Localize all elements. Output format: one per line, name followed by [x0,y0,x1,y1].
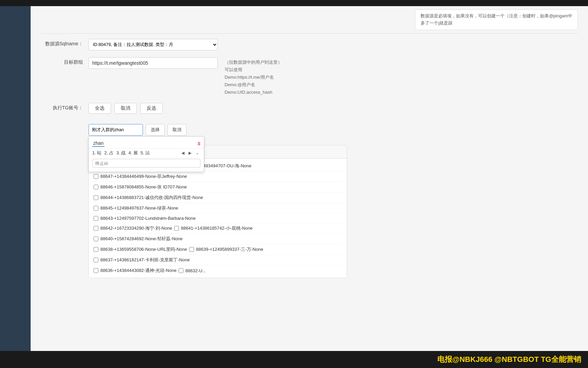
ime-dropdown: zhan S 1. 站 2. 占 3. 战 4. 展 5. 沾 ◀ [88,136,204,172]
main-content: 数据源是必填项，如果没有，可以创建一个（注意：创建时，如果@pingam中 多了… [31,6,588,351]
filter-row: zhan S 1. 站 2. 占 3. 战 4. 展 5. 沾 ◀ [88,124,186,136]
account-row: 执行TG账号： 全选 取消 反选 zhan [41,103,578,278]
top-bar [0,0,588,6]
account-text-left-9: 88637-+14386182147-卡利班-克里斯丁-None [100,257,190,263]
account-text-right-10: 88632-U... [185,268,206,273]
account-text-left-5: 88643-+12497597702-Lundstrøm-Barbara-Non… [100,216,196,221]
filter-cancel-button[interactable]: 取消 [167,124,186,136]
account-checkbox-left-8[interactable] [94,247,98,252]
bottom-bar: 电报@NBKJ666 @NBTGBOT TG全能营销 [0,351,588,368]
account-row-1: 88647-+14384446499-None-菲Jeffrey-None [93,171,343,182]
account-text-left-10: 88636-+14384443082-通神-光頭-None [100,267,177,274]
filter-select-button[interactable]: 选择 [146,124,165,136]
bottom-watermark: 电报@NBKJ666 @NBTGBOT TG全能营销 [437,354,581,365]
account-row-3: 88644-+14386883721-诚信代收-国内四件现货-None [93,193,343,203]
target-group-row: 目标群组 （拉数据源中的用户到这里） 可以使用 Demo:https://t.m… [41,57,578,96]
account-control: 全选 取消 反选 zhan S [88,103,578,278]
account-checkbox-left-3[interactable] [94,195,98,200]
accounts-list: 88648-+14384442752-天佑-DJ-None88649-+1249… [89,159,347,278]
account-text-left-7: 88640-+15874284692-None-邹轩荔-None [100,236,183,242]
filter-input-wrap: zhan S 1. 站 2. 占 3. 战 4. 展 5. 沾 ◀ [88,124,143,136]
hint-line3: Demo:https://t.me/用户名 [225,74,282,81]
ime-candidate-4[interactable]: 4. 展 [128,150,137,156]
sidebar [0,6,31,351]
account-text-left-8: 88638-+13659558706-None-URL里吗-None [100,246,187,252]
account-text-left-6: 88642-+16723334290-海宁-刘-None [100,225,172,231]
ime-expand-icon[interactable]: ⌄ [194,150,200,156]
screen: 数据源是必填项，如果没有，可以创建一个（注意：创建时，如果@pingam中 多了… [0,0,588,368]
account-text-left-4: 88645-+12498497637-None-绿茶-None [100,205,178,211]
select-all-button[interactable]: 全选 [88,103,111,114]
account-row-4: 88645-+12498497637-None-绿茶-None [93,203,343,214]
account-checkbox-right-8[interactable] [189,247,194,252]
hint-line1: （拉数据源中的用户到这里） [225,59,282,66]
account-checkbox-right-10[interactable] [179,268,183,273]
account-checkbox-left-10[interactable] [94,268,98,273]
ime-logo-icon: S [197,141,200,146]
ime-nav: ◀ ▶ ⌄ [180,150,200,156]
cancel-button[interactable]: 取消 [114,103,137,114]
account-checkbox-left-2[interactable] [94,185,98,189]
ime-prev-icon[interactable]: ◀ [180,150,186,156]
account-row-8: 88638-+13659558706-None-URL里吗-None88639-… [93,244,343,255]
top-partial-area: 数据源是必填项，如果没有，可以创建一个（注意：创建时，如果@pingam中 多了… [41,10,578,34]
hint-line4: Demo:@用户名 [225,81,282,89]
account-checkbox-left-7[interactable] [94,236,98,241]
filter-input[interactable] [88,124,143,136]
ime-candidates: 1. 站 2. 占 3. 战 4. 展 5. 沾 ◀ ▶ ⌄ [89,149,204,157]
datasource-control: ID:80479, 备注：拉人测试数据. 类型：月 [88,39,578,50]
target-group-hint: （拉数据源中的用户到这里） 可以使用 Demo:https://t.me/用户名… [225,57,282,96]
account-checkbox-right-6[interactable] [174,226,179,231]
account-checkbox-left-6[interactable] [94,226,98,231]
end-id-row [89,157,204,170]
ime-candidate-5[interactable]: 5. 沾 [141,150,150,156]
ime-candidate-1[interactable]: 1. 站 [92,150,101,156]
hint-line5: Demo:UID,access_hash [225,89,282,96]
ime-next-icon[interactable]: ▶ [187,150,193,156]
account-row-5: 88643-+12497597702-Lundstrøm-Barbara-Non… [93,214,343,223]
account-btn-group: 全选 取消 反选 [88,103,163,114]
target-group-input[interactable] [88,57,218,69]
top-note-line2: 多了一个j就是踩 [421,20,572,27]
datasource-label: 数据源Sqlname： [41,39,88,47]
ime-candidate-2[interactable]: 2. 占 [104,150,113,156]
top-note: 数据源是必填项，如果没有，可以创建一个（注意：创建时，如果@pingam中 多了… [415,10,578,30]
account-text-left-2: 88646-+15878084855-None-张 ID707-None [100,184,187,190]
hint-line2: 可以使用 [225,66,282,74]
account-checkbox-left-1[interactable] [94,174,98,179]
account-text-left-1: 88647-+14384446499-None-菲Jeffrey-None [100,173,187,180]
invert-select-button[interactable]: 反选 [140,103,163,114]
target-group-control: （拉数据源中的用户到这里） 可以使用 Demo:https://t.me/用户名… [88,57,578,96]
account-text-left-3: 88644-+14386883721-诚信代收-国内四件现货-None [100,195,203,201]
account-row-2: 88646-+15878084855-None-张 ID707-None [93,182,343,193]
account-checkbox-left-4[interactable] [94,206,98,211]
end-id-input[interactable] [92,159,200,168]
account-label: 执行TG账号： [41,103,88,111]
account-text-right-8: 88639-+12495899337-三-万-None [196,246,263,252]
ime-candidate-3[interactable]: 3. 战 [116,150,126,156]
account-row-7: 88640-+15874284692-None-邹轩荔-None [93,234,343,244]
account-checkbox-left-9[interactable] [94,258,98,262]
ime-text-display: zhan [92,140,104,147]
target-group-label: 目标群组 [41,57,88,65]
account-text-right-6: 88641-+14386185742-小-屁桃-None [181,225,253,231]
account-row-6: 88642-+16723334290-海宁-刘-None88641-+14386… [93,223,343,234]
datasource-select[interactable]: ID:80479, 备注：拉人测试数据. 类型：月 [88,39,218,50]
top-note-line1: 数据源是必填项，如果没有，可以创建一个（注意：创建时，如果@pingam中 [421,13,572,20]
datasource-row: 数据源Sqlname： ID:80479, 备注：拉人测试数据. 类型：月 [41,39,578,50]
account-checkbox-left-5[interactable] [94,216,98,221]
account-row-10: 88636-+14384443082-通神-光頭-None88632-U... [93,265,343,276]
account-row-9: 88637-+14386182147-卡利班-克里斯丁-None [93,255,343,265]
ime-input-row: zhan S [89,139,204,149]
